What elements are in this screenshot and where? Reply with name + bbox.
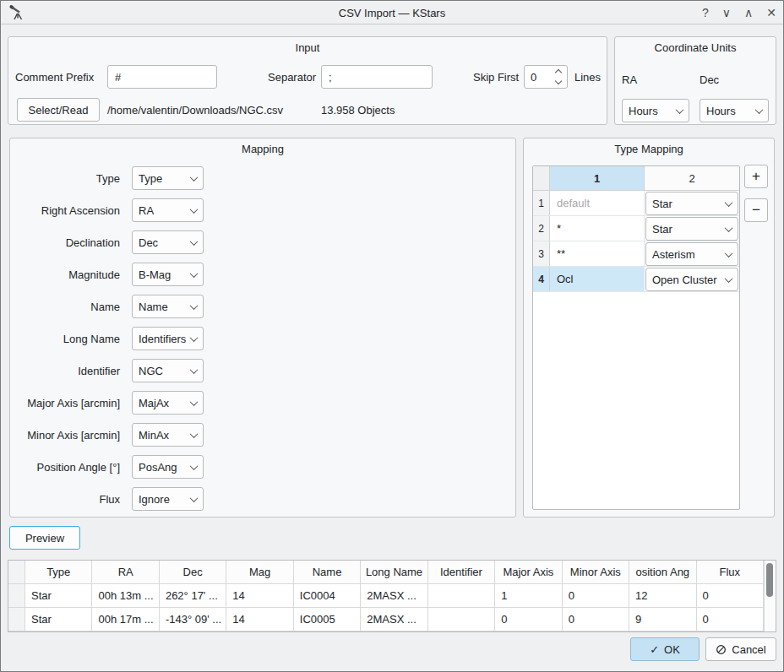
spinbox-arrows-icon[interactable] (556, 70, 561, 84)
preview-cell: 14 (226, 584, 293, 607)
column-header-1[interactable]: 1 (550, 166, 645, 190)
chevron-down-icon (725, 249, 733, 257)
ra-units-value: Hours (629, 105, 658, 117)
preview-table: Type RA Dec Mag Name Long Name Identifie… (8, 560, 776, 632)
comment-prefix-label: Comment Prefix (15, 65, 94, 89)
mapping-group-title: Mapping (10, 143, 515, 155)
mapping-value-minor-axis: MinAx (139, 429, 169, 442)
separator-input[interactable]: ; (321, 65, 433, 89)
preview-button[interactable]: Preview (9, 526, 80, 550)
preview-col-header: Mag (226, 561, 293, 583)
preview-col-header: Minor Axis (563, 561, 629, 583)
preview-cell: 2MASX ... (361, 608, 427, 631)
mapping-select-flux[interactable]: Ignore (132, 487, 204, 511)
table-corner-cell[interactable] (533, 166, 550, 190)
preview-cell: 00h 13m ... (92, 584, 159, 607)
chevron-down-icon (725, 274, 733, 283)
mapping-label-position-angle: Position Angle [°] (10, 455, 120, 479)
chevron-down-icon (190, 269, 199, 278)
comment-prefix-value: # (115, 71, 121, 84)
type-value-select[interactable]: Asterism (645, 242, 738, 266)
type-value-select[interactable]: Open Cluster (645, 268, 738, 291)
cancel-button[interactable]: Cancel (705, 637, 776, 661)
ra-units-select[interactable]: Hours (622, 99, 689, 122)
type-mapping-row: 1 default Star (533, 191, 739, 216)
chevron-down-icon (755, 106, 764, 114)
file-path-text: /home/valentin/Downloads/NGC.csv (107, 98, 283, 122)
comment-prefix-input[interactable]: # (107, 65, 217, 89)
close-icon[interactable]: ✕ (766, 6, 776, 19)
help-icon[interactable]: ? (702, 6, 709, 19)
type-value-select[interactable]: Star (645, 217, 738, 241)
row-header-2[interactable]: 2 (533, 216, 550, 241)
type-value-text: Asterism (652, 248, 695, 261)
mapping-label-major-axis: Major Axis [arcmin] (10, 391, 120, 415)
type-mapping-header-row: 1 2 (533, 166, 739, 191)
chevron-down-icon (190, 366, 199, 374)
type-value-cell: Star (645, 191, 739, 215)
preview-cell: IC0005 (294, 608, 361, 631)
preview-col-header: Type (25, 561, 92, 583)
mapping-select-name[interactable]: Name (132, 295, 204, 318)
minimize-icon[interactable]: ∨ (722, 6, 731, 19)
preview-row-header (8, 584, 25, 607)
type-mapping-row: 2 * Star (533, 216, 739, 241)
cancel-slash-icon (716, 644, 727, 655)
preview-cell: 0 (697, 608, 764, 631)
chevron-down-icon (190, 398, 199, 406)
type-value-select[interactable]: Star (645, 192, 738, 215)
preview-cell: 0 (563, 584, 629, 607)
mapping-select-declination[interactable]: Dec (132, 230, 204, 254)
mapping-select-identifier[interactable]: NGC (132, 359, 204, 382)
mapping-value-name: Name (139, 301, 168, 313)
ok-button-label: OK (664, 643, 680, 656)
window-title: CSV Import — KStars (1, 1, 783, 24)
maximize-icon[interactable]: ∧ (744, 6, 753, 19)
skip-first-spinbox[interactable]: 0 (524, 65, 568, 89)
preview-cell (428, 608, 495, 631)
mapping-select-major-axis[interactable]: MajAx (132, 391, 204, 415)
column-header-2[interactable]: 2 (645, 166, 739, 190)
preview-col-header: Flux (697, 561, 764, 583)
vertical-scrollbar[interactable] (764, 561, 776, 631)
mapping-select-long-name[interactable]: Identifiers (132, 327, 204, 350)
preview-data-row: Star 00h 17m ... -143° 09' ... 14 IC0005… (8, 608, 764, 631)
mapping-select-position-angle[interactable]: PosAng (132, 455, 204, 479)
mapping-select-magnitude[interactable]: B-Mag (132, 263, 204, 286)
dec-label: Dec (700, 68, 719, 91)
preview-col-header: Identifier (428, 561, 495, 583)
type-mapping-group-title: Type Mapping (524, 143, 774, 155)
dec-units-select[interactable]: Hours (700, 99, 769, 122)
row-header-4[interactable]: 4 (533, 267, 550, 291)
mapping-label-declination: Declination (10, 230, 120, 254)
preview-cell: 262° 17' ... (160, 584, 226, 607)
dec-units-value: Hours (706, 105, 736, 117)
add-row-button[interactable]: + (744, 165, 768, 188)
mapping-select-right-ascension[interactable]: RA (132, 198, 204, 222)
remove-row-button[interactable]: − (744, 198, 768, 222)
mapping-label-minor-axis: Minor Axis [arcmin] (10, 423, 120, 447)
select-read-button[interactable]: Select/Read (17, 98, 100, 122)
type-key-cell[interactable]: default (550, 191, 645, 215)
type-key-cell[interactable]: * (550, 216, 645, 241)
scrollbar-thumb[interactable] (766, 563, 773, 597)
type-value-cell: Asterism (645, 241, 739, 266)
type-key-cell[interactable]: Ocl (550, 267, 645, 291)
preview-col-header: Name (294, 561, 361, 583)
chevron-down-icon (190, 173, 199, 182)
preview-cell: 00h 17m ... (92, 608, 159, 631)
row-header-1[interactable]: 1 (533, 191, 550, 215)
cancel-button-label: Cancel (732, 643, 765, 656)
csv-import-window: { "window": { "title": "CSV Import — KSt… (0, 0, 784, 672)
chevron-down-icon (676, 106, 684, 114)
mapping-select-minor-axis[interactable]: MinAx (132, 423, 204, 447)
type-value-text: Star (652, 223, 672, 236)
chevron-down-icon (190, 494, 199, 502)
ok-button[interactable]: ✓ OK (630, 637, 700, 661)
titlebar: CSV Import — KStars ? ∨ ∧ ✕ (1, 1, 783, 24)
type-mapping-table: 1 2 1 default Star 2 * Star 3 ** (532, 165, 740, 510)
skip-first-value: 0 (531, 71, 536, 84)
row-header-3[interactable]: 3 (533, 241, 550, 266)
type-key-cell[interactable]: ** (550, 241, 645, 266)
mapping-select-type[interactable]: Type (132, 166, 204, 190)
